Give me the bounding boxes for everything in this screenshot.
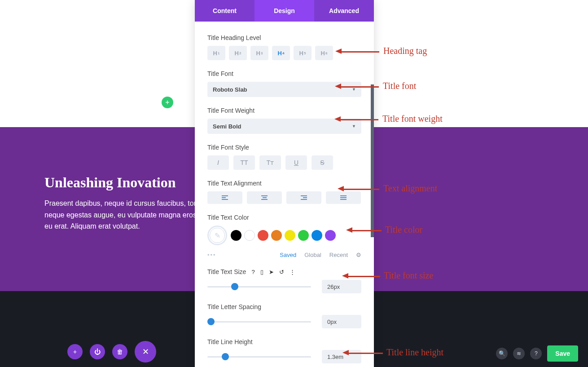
help-icon[interactable]: ? [251, 269, 255, 275]
settings-panel: Content Design Advanced Title Heading Le… [195, 0, 374, 367]
strikethrough-button[interactable]: S [312, 155, 333, 170]
uppercase-button[interactable]: TT [233, 155, 255, 170]
swatch-purple[interactable] [325, 230, 336, 241]
reset-icon[interactable]: ↺ [279, 269, 284, 275]
tablet-icon[interactable]: ▯ [260, 269, 263, 275]
heading-h4[interactable]: H4 [272, 46, 290, 60]
annotation-heading-tag: Heading tag [383, 46, 427, 56]
palette-global[interactable]: Global [304, 252, 321, 258]
letter-spacing-value[interactable]: 0px [322, 315, 361, 328]
swatch-blue[interactable] [312, 230, 322, 241]
swatch-black[interactable] [231, 230, 241, 241]
swatch-green[interactable] [298, 230, 309, 241]
annotation-font-weight: Title font weight [382, 114, 443, 124]
label-line-height: Title Line Height [207, 338, 361, 345]
annotation-font-size: Title font size [384, 270, 433, 281]
hero-title: Unleashing Inovation [44, 174, 176, 191]
label-font-weight: Title Font Weight [207, 107, 361, 114]
power-button[interactable]: ⏻ [90, 344, 105, 359]
heading-h1[interactable]: H1 [207, 46, 225, 60]
layers-icon[interactable]: ≋ [513, 348, 525, 359]
text-size-label-row: Title Text Size ? ▯ ➤ ↺ ⋮ [207, 268, 361, 275]
color-row: ✎ [207, 226, 361, 245]
panel-tabs: Content Design Advanced [195, 0, 374, 22]
save-button[interactable]: Save [547, 345, 578, 362]
add-button[interactable]: + [67, 344, 83, 359]
align-center-button[interactable] [247, 191, 282, 204]
line-height-slider[interactable] [207, 354, 311, 360]
annotation-title-font: Title font [383, 81, 416, 91]
swatch-orange[interactable] [271, 230, 282, 241]
label-color: Title Text Color [207, 214, 361, 221]
search-icon[interactable]: 🔍 [496, 348, 508, 359]
hero-body: Praesent dapibus, neque id cursus faucib… [44, 198, 206, 232]
heading-h5[interactable]: H5 [294, 46, 312, 60]
align-right-button[interactable] [286, 191, 321, 204]
smallcaps-button[interactable]: Tᴛ [259, 155, 281, 170]
tab-advanced[interactable]: Advanced [314, 0, 374, 22]
close-button[interactable]: ✕ [135, 341, 156, 363]
chevron-down-icon: ▼ [352, 124, 356, 128]
annotation-alignment: Text alignment [383, 183, 437, 194]
line-height-value[interactable]: 1.3em [322, 350, 361, 363]
letter-spacing-slider-row: 0px [207, 315, 361, 328]
label-font-style: Title Font Style [207, 144, 361, 151]
help-icon[interactable]: ? [530, 348, 542, 359]
gear-icon[interactable]: ⚙ [356, 252, 361, 258]
font-style-row: I TT Tᴛ U S [207, 155, 361, 170]
swatch-yellow[interactable] [285, 230, 295, 241]
underline-button[interactable]: U [285, 155, 307, 170]
line-height-slider-row: 1.3em [207, 350, 361, 363]
scrollbar[interactable] [371, 84, 374, 237]
italic-button[interactable]: I [207, 155, 229, 170]
palette-recent[interactable]: Recent [329, 252, 348, 258]
label-heading-level: Title Heading Level [207, 34, 361, 41]
text-size-slider-row: 26px [207, 280, 361, 293]
bottom-right-toolbar: 🔍 ≋ ? Save [496, 345, 578, 362]
text-size-slider[interactable] [207, 283, 311, 290]
bottom-left-toolbar: + ⏻ 🗑 ✕ [67, 341, 156, 363]
more-icon[interactable]: ⋮ [290, 269, 295, 275]
annotation-line-height: Title line height [386, 347, 443, 358]
annotation-color: Title color [385, 225, 422, 235]
align-justify-button[interactable] [326, 191, 361, 204]
heading-h6[interactable]: H6 [315, 46, 333, 60]
tab-content[interactable]: Content [195, 0, 255, 22]
delete-button[interactable]: 🗑 [112, 344, 127, 359]
label-font: Title Font [207, 70, 361, 77]
palette-saved[interactable]: Saved [280, 252, 296, 258]
cursor-icon[interactable]: ➤ [269, 269, 274, 275]
chevron-down-icon: ▼ [352, 87, 356, 92]
label-text-size: Title Text Size [207, 268, 246, 275]
heading-h2[interactable]: H2 [229, 46, 247, 60]
heading-h3[interactable]: H3 [250, 46, 268, 60]
more-icon[interactable]: ••• [207, 252, 216, 258]
tab-design[interactable]: Design [255, 0, 314, 22]
swatch-white[interactable] [244, 230, 255, 241]
color-picker-button[interactable]: ✎ [207, 226, 227, 245]
label-letter-spacing: Title Letter Spacing [207, 303, 361, 310]
text-size-value[interactable]: 26px [322, 280, 361, 293]
font-weight-value: Semi Bold [213, 123, 241, 130]
letter-spacing-slider[interactable] [207, 318, 311, 325]
swatch-red[interactable] [258, 230, 268, 241]
palette-tabs: ••• Saved Global Recent ⚙ [207, 252, 361, 258]
alignment-row [207, 191, 361, 204]
add-section-button[interactable]: + [162, 97, 173, 108]
font-value: Roboto Slab [213, 86, 247, 93]
align-left-button[interactable] [207, 191, 242, 204]
